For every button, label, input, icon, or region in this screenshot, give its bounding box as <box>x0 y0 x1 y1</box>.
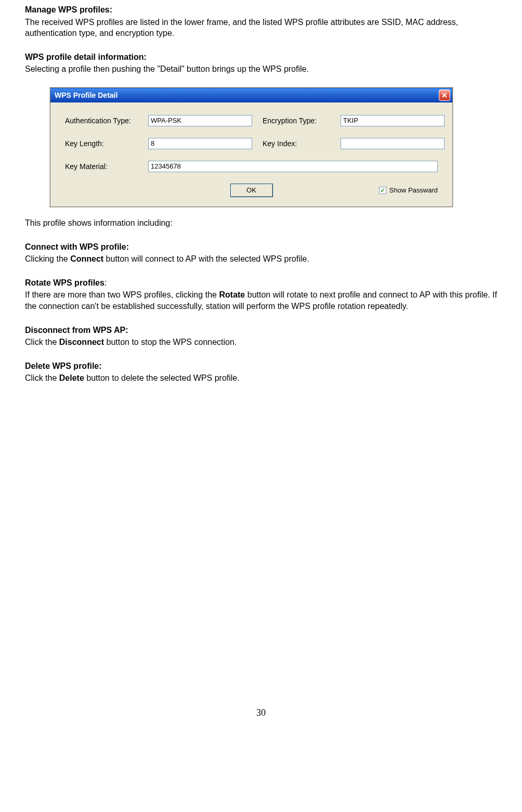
input-enc-type[interactable] <box>341 115 445 126</box>
label-key-length: Key Length: <box>65 139 138 149</box>
dialog-button-row: OK ✓ Show Passward <box>65 184 438 197</box>
text: : <box>105 278 107 287</box>
text: button to stop the WPS connection. <box>104 338 237 346</box>
delete-bold: Delete <box>59 373 84 382</box>
paragraph-rotate: If there are more than two WPS profiles,… <box>25 289 497 312</box>
heading-connect: Connect with WPS profile: <box>25 241 497 253</box>
input-key-length[interactable] <box>148 138 252 149</box>
show-password-label: Show Passward <box>389 186 438 195</box>
heading-disconnect: Disconnect from WPS AP: <box>25 325 497 336</box>
text: button will connect to AP with the selec… <box>103 254 309 263</box>
heading-rotate: Rotate WPS profiles: <box>25 277 497 289</box>
paragraph-profile-includes: This profile shows information including… <box>25 217 497 229</box>
text: If there are more than two WPS profiles,… <box>25 290 219 299</box>
rotate-bold: Rotate <box>219 290 245 299</box>
page-number: 30 <box>25 706 497 719</box>
input-key-material[interactable] <box>148 161 438 172</box>
show-password-group[interactable]: ✓ Show Passward <box>379 186 438 195</box>
key-material-row: Key Material: <box>65 161 438 172</box>
text: button to delete the selected WPS profil… <box>84 373 240 382</box>
text: Rotate WPS profiles <box>25 278 105 287</box>
label-auth-type: Authentication Type: <box>65 116 138 126</box>
heading-delete: Delete WPS profile: <box>25 360 497 372</box>
heading-detail-info: WPS profile detail information: <box>25 51 497 63</box>
check-icon: ✓ <box>380 187 385 194</box>
label-key-material: Key Material: <box>65 162 138 172</box>
text: Click the <box>25 373 59 382</box>
text: Click the <box>25 338 59 346</box>
dialog-title: WPS Profile Detail <box>55 91 118 100</box>
ok-button[interactable]: OK <box>230 184 273 197</box>
close-icon: ✕ <box>441 91 448 100</box>
page-content: Manage WPS profiles: The received WPS pr… <box>25 4 497 719</box>
input-key-index[interactable] <box>341 138 445 149</box>
paragraph-delete: Click the Delete button to delete the se… <box>25 372 497 384</box>
close-button[interactable]: ✕ <box>439 89 450 101</box>
disconnect-bold: Disconnect <box>59 338 104 346</box>
paragraph-disconnect: Click the Disconnect button to stop the … <box>25 337 497 348</box>
paragraph-detail-info: Selecting a profile then pushing the "De… <box>25 63 497 75</box>
dialog-body: Authentication Type: Encryption Type: Ke… <box>50 102 452 207</box>
heading-manage: Manage WPS profiles: <box>25 4 497 16</box>
connect-bold: Connect <box>70 254 103 263</box>
label-enc-type: Encryption Type: <box>263 116 330 126</box>
paragraph-connect: Clicking the Connect button will connect… <box>25 253 497 265</box>
show-password-checkbox[interactable]: ✓ <box>379 187 386 194</box>
label-key-index: Key Index: <box>263 139 330 149</box>
wps-profile-detail-dialog-wrap: WPS Profile Detail ✕ Authentication Type… <box>50 87 453 207</box>
wps-profile-detail-dialog: WPS Profile Detail ✕ Authentication Type… <box>50 87 453 207</box>
input-auth-type[interactable] <box>148 115 252 126</box>
text: Clicking the <box>25 254 70 263</box>
dialog-titlebar: WPS Profile Detail ✕ <box>50 88 452 102</box>
paragraph-manage: The received WPS profiles are listed in … <box>25 17 497 39</box>
form-grid: Authentication Type: Encryption Type: Ke… <box>65 115 438 149</box>
